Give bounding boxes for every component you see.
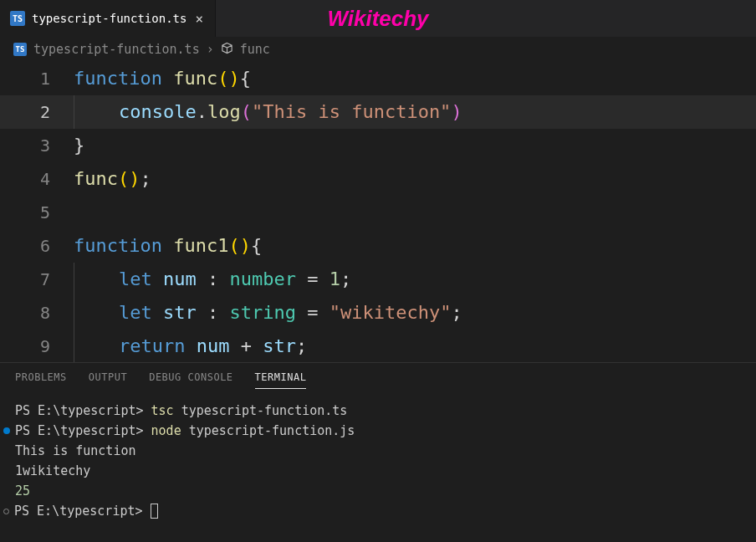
line-number: 6: [0, 229, 74, 263]
code-content: let num : number = 1;: [74, 263, 351, 296]
code-line[interactable]: 4func();: [0, 162, 756, 196]
terminal-line: 25: [15, 481, 741, 501]
terminal-output[interactable]: PS E:\typescript> tsc typescript-functio…: [0, 396, 756, 526]
code-content: func();: [74, 162, 151, 196]
code-content: return num + str;: [74, 330, 307, 363]
status-dot: [3, 509, 9, 514]
line-number: 3: [0, 129, 74, 162]
line-number: 2: [0, 95, 74, 129]
tab-bar: TS typescript-function.ts × Wikitechy: [0, 0, 756, 37]
code-content: let str : string = "wikitechy";: [74, 296, 462, 330]
terminal-cursor: [151, 504, 158, 519]
breadcrumb[interactable]: TS typescript-function.ts › func: [0, 37, 756, 62]
typescript-icon: TS: [10, 11, 25, 26]
brand-watermark: Wikitechy: [327, 6, 428, 32]
line-number: 4: [0, 162, 74, 196]
editor-tab[interactable]: TS typescript-function.ts ×: [0, 0, 216, 37]
code-line[interactable]: 6function func1(){: [0, 229, 756, 263]
symbol-icon: [221, 42, 233, 57]
terminal-line: PS E:\typescript>: [15, 501, 741, 521]
code-content: function func1(){: [74, 229, 262, 263]
code-line[interactable]: 8 let str : string = "wikitechy";: [0, 296, 756, 330]
terminal-line: This is function: [15, 441, 741, 461]
code-line[interactable]: 1function func(){: [0, 62, 756, 95]
breadcrumb-file: typescript-function.ts: [33, 42, 200, 57]
breadcrumb-symbol: func: [240, 42, 270, 57]
terminal-line: PS E:\typescript> node typescript-functi…: [15, 421, 741, 441]
panel-tab-problems[interactable]: PROBLEMS: [15, 371, 67, 389]
code-content: }: [74, 129, 84, 162]
panel-tab-terminal[interactable]: TERMINAL: [255, 371, 307, 389]
code-content: function func(){: [74, 62, 251, 95]
chevron-right-icon: ›: [207, 42, 214, 57]
panel-tab-debug-console[interactable]: DEBUG CONSOLE: [149, 371, 232, 389]
code-editor[interactable]: 1function func(){2 console.log("This is …: [0, 62, 756, 363]
line-number: 8: [0, 296, 74, 330]
panel-tab-output[interactable]: OUTPUT: [89, 371, 127, 389]
code-line[interactable]: 5: [0, 196, 756, 229]
line-number: 7: [0, 263, 74, 296]
terminal-line: PS E:\typescript> tsc typescript-functio…: [15, 401, 741, 421]
line-number: 9: [0, 330, 74, 363]
code-line[interactable]: 2 console.log("This is function"): [0, 95, 756, 129]
code-line[interactable]: 3}: [0, 129, 756, 162]
status-dot: [3, 427, 10, 434]
code-content: console.log("This is function"): [74, 95, 462, 129]
code-line[interactable]: 7 let num : number = 1;: [0, 263, 756, 296]
line-number: 5: [0, 196, 74, 229]
panel-tabs: PROBLEMSOUTPUTDEBUG CONSOLETERMINAL: [0, 363, 756, 396]
typescript-icon: TS: [13, 43, 27, 56]
line-number: 1: [0, 62, 74, 95]
bottom-panel: PROBLEMSOUTPUTDEBUG CONSOLETERMINAL PS E…: [0, 362, 756, 542]
tab-filename: typescript-function.ts: [32, 12, 186, 25]
terminal-line: 1wikitechy: [15, 461, 741, 481]
close-icon[interactable]: ×: [193, 11, 205, 27]
code-line[interactable]: 9 return num + str;: [0, 330, 756, 363]
